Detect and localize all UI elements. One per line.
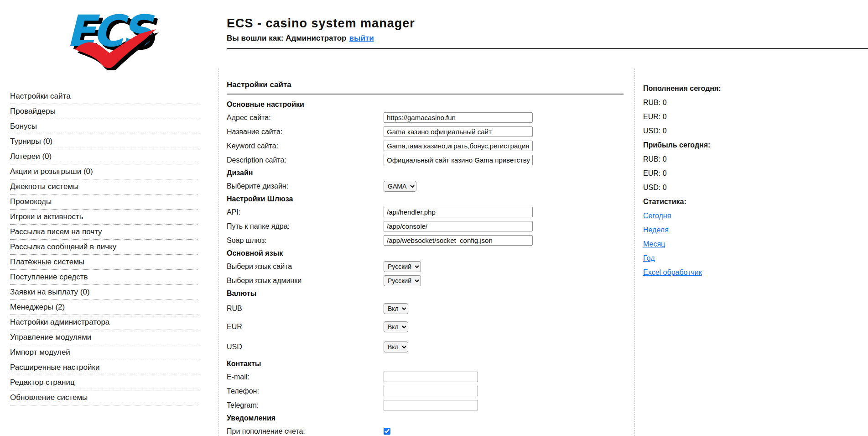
- core-path-input[interactable]: [384, 221, 533, 231]
- header-divider: [227, 48, 868, 49]
- section-header: Настройки Шлюза: [227, 193, 624, 205]
- api-input[interactable]: [384, 207, 533, 217]
- form-row: EURВкл: [227, 318, 624, 336]
- form-row: API:: [227, 205, 624, 219]
- design-select[interactable]: GAMA: [384, 181, 416, 192]
- logout-link[interactable]: выйти: [349, 34, 374, 42]
- section-header: Основной язык: [227, 247, 624, 259]
- app-title: ECS - casino system manager: [227, 16, 415, 31]
- form-row: Название сайта:: [227, 125, 624, 139]
- stats-value: EUR: 0: [643, 110, 868, 124]
- sidebar-item[interactable]: Редактор страниц: [10, 375, 198, 390]
- sidebar-item[interactable]: Промокоды: [10, 194, 198, 210]
- sidebar-item[interactable]: Бонусы: [10, 119, 198, 134]
- settings-form: Основные настройкиАдрес сайта:Название с…: [227, 99, 624, 436]
- page-layout: Настройки сайтаПровайдерыБонусыТурниры (…: [0, 68, 868, 436]
- site-keywords-input[interactable]: [384, 141, 533, 151]
- form-row: Telegram:: [227, 398, 624, 412]
- field-label: Адрес сайта:: [227, 114, 384, 122]
- form-row: Keyword сайта:: [227, 139, 624, 153]
- field-label: Телефон:: [227, 387, 384, 395]
- soap-gateway-input[interactable]: [384, 235, 533, 246]
- stats-value: RUB: 0: [643, 95, 868, 110]
- field-label: При пополнение счета:: [227, 427, 384, 436]
- section-header: Уведомления: [227, 412, 624, 424]
- sidebar-item[interactable]: Турниры (0): [10, 134, 198, 149]
- form-row: Soap шлюз:: [227, 233, 624, 247]
- stats-week-link[interactable]: Неделя: [643, 226, 669, 234]
- notify-deposit-checkbox[interactable]: [384, 428, 390, 435]
- login-status-text: Вы вошли как: Администратор: [227, 34, 346, 42]
- sidebar-item[interactable]: Обновление системы: [10, 390, 198, 405]
- section-header: Основные настройки: [227, 99, 624, 110]
- stats-year-link[interactable]: Год: [643, 254, 655, 263]
- site-description-input[interactable]: [384, 155, 533, 165]
- field-label: RUB: [227, 305, 384, 313]
- sidebar-item[interactable]: Настройки сайта: [10, 89, 198, 104]
- page-title: Настройки сайта: [227, 80, 624, 95]
- stats-month-link[interactable]: Месяц: [643, 240, 665, 248]
- field-label: Keyword сайта:: [227, 142, 384, 150]
- form-row: Description сайта:: [227, 153, 624, 167]
- stats-value: RUB: 0: [643, 152, 868, 166]
- admin-language-select[interactable]: Русский: [384, 275, 421, 286]
- site-language-select[interactable]: Русский: [384, 261, 421, 272]
- sidebar-item[interactable]: Управление модулями: [10, 330, 198, 345]
- sidebar-item[interactable]: Лотереи (0): [10, 149, 198, 164]
- section-header: Контакты: [227, 358, 624, 370]
- eur-currency-select[interactable]: Вкл: [384, 321, 408, 332]
- field-label: E-mail:: [227, 373, 384, 381]
- phone-input[interactable]: [384, 386, 478, 396]
- stats-link-row: Неделя: [643, 223, 868, 237]
- form-row: Адрес сайта:: [227, 110, 624, 125]
- sidebar-item[interactable]: Рассылка писем на почту: [10, 225, 198, 240]
- sidebar-item[interactable]: Менеджеры (2): [10, 300, 198, 315]
- stats-link-row: Год: [643, 251, 868, 265]
- sidebar-item[interactable]: Платёжные системы: [10, 255, 198, 270]
- site-address-input[interactable]: [384, 112, 533, 123]
- stats-value: EUR: 0: [643, 166, 868, 180]
- form-row: RUBВкл: [227, 299, 624, 318]
- stats-link-row: Excel обработчик: [643, 265, 868, 279]
- form-row: USDВкл: [227, 336, 624, 358]
- form-row: Путь к папке ядра:: [227, 219, 624, 233]
- stats-today-link[interactable]: Сегодня: [643, 212, 671, 220]
- telegram-input[interactable]: [384, 400, 478, 410]
- field-label: Путь к папке ядра:: [227, 222, 384, 231]
- form-row: При пополнение счета:: [227, 424, 624, 436]
- field-label: Description сайта:: [227, 156, 384, 164]
- stats-excel-link[interactable]: Excel обработчик: [643, 268, 702, 277]
- field-label: Выбери язык админки: [227, 277, 384, 285]
- form-row: Телефон:: [227, 384, 624, 398]
- stats-link-row: Сегодня: [643, 209, 868, 223]
- sidebar-item[interactable]: Рассылка сообщений в личку: [10, 240, 198, 255]
- left-sidebar: Настройки сайтаПровайдерыБонусыТурниры (…: [0, 68, 218, 436]
- site-name-input[interactable]: [384, 126, 533, 137]
- form-row: Выбери язык сайтаРусский: [227, 259, 624, 273]
- stats-value: USD: 0: [643, 124, 868, 138]
- sidebar-item[interactable]: Импорт модулей: [10, 345, 198, 360]
- ecs-logo: ECS ECS: [62, 5, 159, 70]
- sidebar-item[interactable]: Расширенные настройки: [10, 360, 198, 375]
- login-status: Вы вошли как: Администраторвыйти: [227, 34, 415, 43]
- sidebar-item[interactable]: Провайдеры: [10, 104, 198, 119]
- stats-value: USD: 0: [643, 180, 868, 194]
- sidebar-item[interactable]: Джекпоты системы: [10, 179, 198, 194]
- sidebar-item[interactable]: Поступление средств: [10, 270, 198, 285]
- form-row: Выбери язык админкиРусский: [227, 273, 624, 288]
- sidebar-item[interactable]: Акции и розыгрыши (0): [10, 164, 198, 179]
- stats-link-row: Месяц: [643, 237, 868, 251]
- form-row: Выберите дизайн:GAMA: [227, 179, 624, 193]
- rub-currency-select[interactable]: Вкл: [384, 303, 408, 314]
- sidebar-item[interactable]: Заявки на выплату (0): [10, 285, 198, 300]
- sidebar-item[interactable]: Настройки администратора: [10, 315, 198, 330]
- usd-currency-select[interactable]: Вкл: [384, 341, 408, 352]
- field-label: Soap шлюз:: [227, 236, 384, 245]
- email-input[interactable]: [384, 372, 478, 382]
- sidebar-item[interactable]: Игроки и активность: [10, 210, 198, 225]
- field-label: Выберите дизайн:: [227, 182, 384, 190]
- field-label: API:: [227, 208, 384, 216]
- section-header: Дизайн: [227, 167, 624, 179]
- field-label: Название сайта:: [227, 128, 384, 136]
- field-label: USD: [227, 343, 384, 351]
